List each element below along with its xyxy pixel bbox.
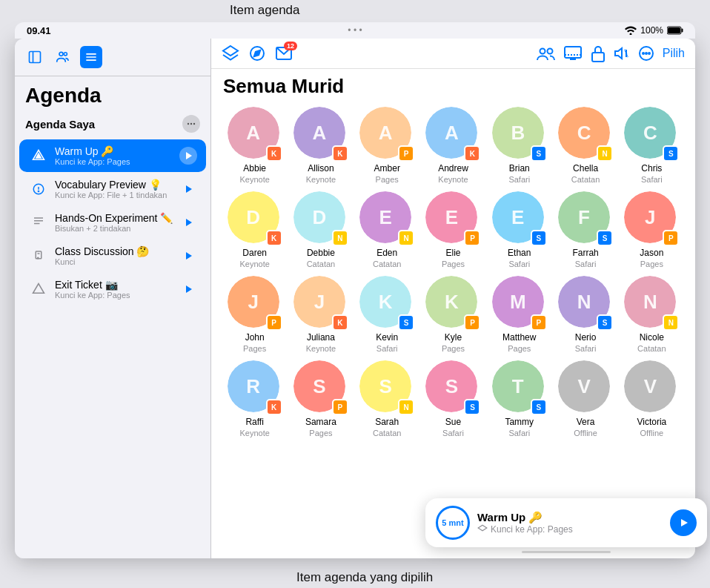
- student-app-label-daren: Keynote: [239, 260, 269, 268]
- agenda-item-exit-ticket[interactable]: Exit Ticket 📷 Kunci ke App: Pages: [19, 273, 206, 305]
- agenda-item-vocabulary-play[interactable]: [179, 180, 197, 198]
- agenda-item-warm-up[interactable]: Warm Up 🔑 Kunci ke App: Pages: [19, 139, 206, 172]
- agenda-item-class-discussion-play[interactable]: [179, 247, 197, 265]
- annotation-bottom-label: Item agenda yang dipilih: [296, 570, 433, 585]
- task-play-button[interactable]: [670, 509, 697, 536]
- svg-marker-29: [33, 284, 44, 294]
- agenda-item-class-discussion-subtitle: Kunci: [55, 257, 173, 266]
- student-app-label-victoria: Offline: [640, 429, 664, 437]
- student-item-nicole[interactable]: NNNicoleCatatan: [620, 276, 683, 353]
- compass-button[interactable]: [248, 44, 266, 62]
- task-subtitle: Kunci ke App: Pages: [477, 524, 663, 535]
- main-toolbar-right: Pilih: [537, 44, 685, 62]
- student-avatar-wrap-brian: BS: [492, 107, 547, 162]
- svg-point-27: [38, 257, 39, 259]
- student-item-allison[interactable]: AKAllisonKeynote: [289, 107, 352, 184]
- list-icon[interactable]: [80, 46, 102, 68]
- agenda-item-vocabulary-title: Vocabulary Preview 💡: [55, 179, 173, 191]
- student-item-ethan[interactable]: ESEthanSafari: [488, 191, 551, 268]
- student-avatar-wrap-amber: AP: [359, 107, 414, 162]
- student-item-brian[interactable]: BSBrianSafari: [488, 107, 551, 184]
- agenda-item-vocabulary[interactable]: Vocabulary Preview 💡 Kunci ke App: File …: [19, 173, 206, 205]
- student-item-sarah[interactable]: SNSarahCatatan: [356, 360, 419, 437]
- student-item-juliana[interactable]: JKJulianaKeynote: [289, 276, 352, 353]
- student-item-farrah[interactable]: FSFarrahSafari: [554, 191, 617, 268]
- main-title: Semua Murid: [223, 75, 683, 98]
- student-avatar-wrap-ethan: ES: [492, 191, 547, 246]
- student-app-badge-elie: P: [464, 230, 480, 246]
- student-app-label-amber: Pages: [376, 175, 399, 184]
- agenda-item-exit-ticket-play[interactable]: [179, 280, 197, 298]
- student-item-abbie[interactable]: AKAbbieKeynote: [223, 107, 286, 184]
- student-item-sue[interactable]: SSSueSafari: [422, 360, 485, 437]
- svg-marker-24: [186, 219, 192, 226]
- student-item-samara[interactable]: SPSamaraPages: [289, 360, 352, 437]
- student-app-badge-eden: N: [398, 230, 414, 246]
- student-app-label-chris: Safari: [641, 175, 663, 184]
- task-bar: 5 mnt Warm Up 🔑 Kunci ke App: Pages: [425, 498, 707, 547]
- student-avatar-wrap-farrah: FS: [558, 191, 613, 246]
- sidebar-section-header: Agenda Saya: [15, 110, 210, 136]
- student-item-victoria[interactable]: VVictoriaOffline: [620, 360, 683, 437]
- lock-button[interactable]: [590, 44, 606, 62]
- student-item-kevin[interactable]: KSKevinSafari: [356, 276, 419, 353]
- group-button[interactable]: [537, 45, 556, 62]
- student-item-tammy[interactable]: TSTammySafari: [488, 360, 551, 437]
- task-info: Warm Up 🔑 Kunci ke App: Pages: [477, 511, 663, 535]
- student-item-vera[interactable]: VVeraOffline: [554, 360, 617, 437]
- student-app-badge-matthew: P: [531, 314, 547, 331]
- student-item-daren[interactable]: DKDarenKeynote: [223, 191, 286, 268]
- student-avatar-wrap-kevin: KS: [359, 276, 414, 331]
- student-app-label-juliana: Keynote: [306, 344, 336, 353]
- more-button[interactable]: [637, 44, 655, 62]
- battery-label: 100%: [640, 25, 663, 36]
- student-item-nerio[interactable]: NSNerioSafari: [554, 276, 617, 353]
- student-item-amber[interactable]: APAmberPages: [356, 107, 419, 184]
- student-name-abbie: Abbie: [243, 163, 266, 174]
- svg-rect-3: [668, 27, 680, 33]
- student-app-badge-nerio: S: [597, 314, 613, 331]
- student-app-label-elie: Pages: [442, 260, 465, 268]
- select-button[interactable]: Pilih: [663, 47, 685, 60]
- agenda-item-class-discussion[interactable]: Class Discussion 🤔 Kunci: [19, 240, 206, 272]
- sidebar-more-button[interactable]: [182, 115, 200, 133]
- student-item-matthew[interactable]: MPMatthewPages: [488, 276, 551, 353]
- student-app-badge-sue: S: [464, 399, 480, 415]
- student-app-badge-kevin: S: [398, 314, 414, 331]
- student-avatar-wrap-daren: DK: [228, 191, 282, 246]
- student-item-chella[interactable]: CNChellaCatatan: [554, 107, 617, 184]
- student-app-badge-raffi: K: [266, 399, 282, 415]
- student-item-debbie[interactable]: DNDebbieCatatan: [289, 191, 352, 268]
- sidebar-toggle-icon[interactable]: [24, 46, 46, 68]
- agenda-item-warm-up-icon: [28, 145, 49, 166]
- student-name-allison: Allison: [308, 163, 334, 174]
- svg-point-46: [643, 53, 644, 54]
- student-avatar-wrap-kyle: KP: [425, 276, 480, 331]
- student-item-raffi[interactable]: RKRaffiKeynote: [223, 360, 286, 437]
- student-item-kyle[interactable]: KPKylePages: [422, 276, 485, 353]
- agenda-item-hands-on-play[interactable]: [179, 214, 197, 231]
- student-app-badge-sarah: N: [398, 399, 414, 415]
- student-item-john[interactable]: JPJohnPages: [223, 276, 286, 353]
- agenda-item-class-discussion-icon: [28, 245, 49, 266]
- mail-button[interactable]: 12: [275, 44, 293, 62]
- student-item-eden[interactable]: ENEdenCatatan: [356, 191, 419, 268]
- student-avatar-wrap-eden: EN: [359, 191, 414, 246]
- student-item-andrew[interactable]: AKAndrewKeynote: [422, 107, 485, 184]
- agenda-item-hands-on[interactable]: Hands-On Experiment ✏️ Bisukan + 2 tinda…: [19, 206, 206, 239]
- student-name-amber: Amber: [374, 163, 400, 174]
- layers-button[interactable]: [222, 44, 239, 62]
- screen-button[interactable]: [563, 45, 583, 62]
- student-item-elie[interactable]: EPEliePages: [422, 191, 485, 268]
- student-name-chella: Chella: [573, 163, 598, 174]
- svg-point-36: [547, 49, 552, 54]
- svg-point-13: [193, 123, 195, 125]
- student-item-jason[interactable]: JPJasonPages: [620, 191, 683, 268]
- student-name-daren: Daren: [242, 248, 267, 258]
- people-icon[interactable]: [52, 46, 74, 68]
- agenda-item-warm-up-play[interactable]: [179, 147, 197, 165]
- student-name-elie: Elie: [445, 248, 460, 258]
- mute-button[interactable]: [614, 44, 630, 62]
- student-item-chris[interactable]: CSChrisSafari: [620, 107, 683, 184]
- svg-rect-4: [30, 52, 41, 63]
